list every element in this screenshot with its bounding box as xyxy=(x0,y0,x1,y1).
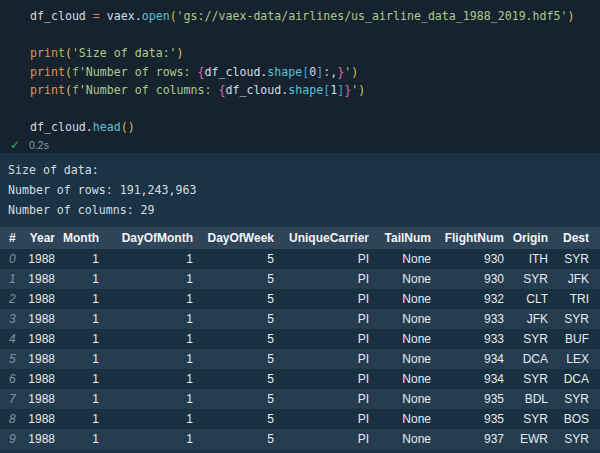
column-header-flightnum: FlightNum xyxy=(431,227,504,249)
table-row: 11988115PINone930SYRJFK xyxy=(0,269,600,289)
cell-month: 1 xyxy=(55,249,99,269)
cell-flightnum: 933 xyxy=(431,329,504,349)
row-index: 6 xyxy=(0,369,26,389)
cell-year: 1988 xyxy=(26,289,55,309)
row-index: 4 xyxy=(0,329,26,349)
cell-uniquecarrier: PI xyxy=(274,329,369,349)
cell-origin: SYR xyxy=(504,329,548,349)
cell-uniquecarrier: PI xyxy=(274,429,369,449)
cell-flightnum: 935 xyxy=(431,389,504,409)
success-check-icon: ✓ xyxy=(10,138,20,152)
cell-dayofmonth: 1 xyxy=(99,389,193,409)
table-row: 21988115PINone932CLTTRI xyxy=(0,289,600,309)
cell-dayofweek: 5 xyxy=(193,409,274,429)
cell-month: 1 xyxy=(55,349,99,369)
cell-origin: SYR xyxy=(504,369,548,389)
execution-duration: 0.2s xyxy=(29,139,49,151)
cell-origin: SYR xyxy=(504,409,548,429)
cell-month: 1 xyxy=(55,329,99,349)
cell-uniquecarrier: PI xyxy=(274,389,369,409)
header-spacer xyxy=(589,227,600,249)
cell-year: 1988 xyxy=(26,409,55,429)
cell-tailnum: None xyxy=(369,289,431,309)
stdout-text: Size of data: Number of rows: 191,243,96… xyxy=(0,153,600,220)
cell-tailnum: None xyxy=(369,329,431,349)
cell-dest: JFK xyxy=(548,269,589,289)
cell-dayofmonth: 1 xyxy=(99,429,193,449)
row-spacer xyxy=(589,269,600,289)
cell-uniquecarrier: PI xyxy=(274,289,369,309)
cell-uniquecarrier: PI xyxy=(274,409,369,429)
row-index: 5 xyxy=(0,349,26,369)
row-spacer xyxy=(589,289,600,309)
cell-dayofweek: 5 xyxy=(193,429,274,449)
code-editor[interactable]: df_cloud = vaex.open('gs://vaex-data/air… xyxy=(0,0,600,137)
cell-dayofmonth: 1 xyxy=(99,369,193,389)
table-row: 61988115PINone934SYRDCA xyxy=(0,369,600,389)
cell-dest: SYR xyxy=(548,429,589,449)
cell-dest: SYR xyxy=(548,249,589,269)
cell-year: 1988 xyxy=(26,389,55,409)
dataframe-table: #YearMonthDayOfMonthDayOfWeekUniqueCarri… xyxy=(0,227,600,449)
cell-dayofweek: 5 xyxy=(193,309,274,329)
cell-year: 1988 xyxy=(26,349,55,369)
row-spacer xyxy=(589,369,600,389)
row-index: 2 xyxy=(0,289,26,309)
cell-origin: EWR xyxy=(504,429,548,449)
column-header-index: # xyxy=(0,227,26,249)
row-index: 3 xyxy=(0,309,26,329)
cell-tailnum: None xyxy=(369,409,431,429)
row-spacer xyxy=(589,349,600,369)
cell-year: 1988 xyxy=(26,329,55,349)
cell-dayofmonth: 1 xyxy=(99,309,193,329)
row-index: 0 xyxy=(0,249,26,269)
row-spacer xyxy=(589,429,600,449)
row-index: 8 xyxy=(0,409,26,429)
cell-year: 1988 xyxy=(26,429,55,449)
column-header-origin: Origin xyxy=(504,227,548,249)
cell-flightnum: 935 xyxy=(431,409,504,429)
table-row: 01988115PINone930ITHSYR xyxy=(0,249,600,269)
code-cell[interactable]: df_cloud = vaex.open('gs://vaex-data/air… xyxy=(0,0,600,153)
cell-flightnum: 933 xyxy=(431,309,504,329)
cell-origin: ITH xyxy=(504,249,548,269)
cell-year: 1988 xyxy=(26,249,55,269)
cell-tailnum: None xyxy=(369,429,431,449)
cell-flightnum: 930 xyxy=(431,269,504,289)
cell-origin: BDL xyxy=(504,389,548,409)
cell-uniquecarrier: PI xyxy=(274,249,369,269)
row-spacer xyxy=(589,309,600,329)
column-header-dest: Dest xyxy=(548,227,589,249)
cell-dest: LEX xyxy=(548,349,589,369)
cell-month: 1 xyxy=(55,389,99,409)
table-row: 71988115PINone935BDLSYR xyxy=(0,389,600,409)
cell-origin: DCA xyxy=(504,349,548,369)
cell-origin: JFK xyxy=(504,309,548,329)
cell-origin: SYR xyxy=(504,269,548,289)
cell-month: 1 xyxy=(55,409,99,429)
row-spacer xyxy=(589,389,600,409)
cell-month: 1 xyxy=(55,289,99,309)
cell-dest: SYR xyxy=(548,309,589,329)
cell-month: 1 xyxy=(55,369,99,389)
cell-dayofweek: 5 xyxy=(193,349,274,369)
cell-year: 1988 xyxy=(26,269,55,289)
cell-flightnum: 934 xyxy=(431,349,504,369)
cell-month: 1 xyxy=(55,269,99,289)
table-row: 51988115PINone934DCALEX xyxy=(0,349,600,369)
table-row: 81988115PINone935SYRBOS xyxy=(0,409,600,429)
cell-dayofmonth: 1 xyxy=(99,289,193,309)
cell-tailnum: None xyxy=(369,349,431,369)
column-header-month: Month xyxy=(55,227,99,249)
cell-tailnum: None xyxy=(369,269,431,289)
cell-flightnum: 930 xyxy=(431,249,504,269)
table-row: 91988115PINone937EWRSYR xyxy=(0,429,600,449)
table-row: 41988115PINone933SYRBUF xyxy=(0,329,600,349)
cell-dayofweek: 5 xyxy=(193,369,274,389)
cell-month: 1 xyxy=(55,309,99,329)
row-index: 7 xyxy=(0,389,26,409)
table-header-row: #YearMonthDayOfMonthDayOfWeekUniqueCarri… xyxy=(0,227,600,249)
cell-dayofweek: 5 xyxy=(193,249,274,269)
cell-year: 1988 xyxy=(26,309,55,329)
cell-dest: BUF xyxy=(548,329,589,349)
